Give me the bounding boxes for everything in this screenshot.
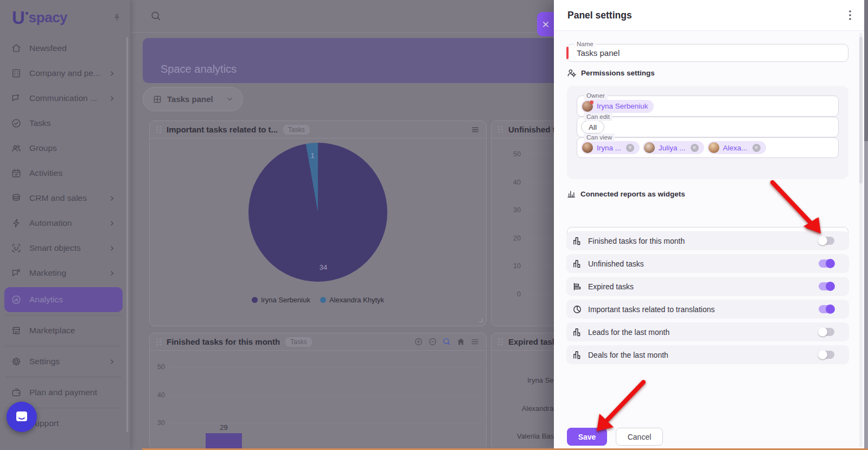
chevron-right-icon <box>108 244 116 252</box>
chevron-right-icon <box>108 358 116 366</box>
kebab-menu-icon[interactable] <box>849 10 851 20</box>
resize-handle[interactable] <box>479 319 483 322</box>
panel-scrollbar[interactable] <box>859 33 863 447</box>
save-button[interactable]: Save <box>567 428 607 446</box>
report-row-deals[interactable]: Deals for the last month <box>566 345 849 364</box>
bar-chart-icon <box>573 328 582 337</box>
report-row-label: Unfinished tasks <box>588 259 812 268</box>
sidebar-item-smart-objects[interactable]: Smart objects <box>4 236 123 261</box>
sidebar-item-activities[interactable]: Activities <box>4 161 123 186</box>
sidebar-item-label: Settings <box>29 357 60 366</box>
sidebar-item-automation[interactable]: Automation <box>4 211 123 236</box>
sidebar-item-tasks[interactable]: Tasks <box>4 111 123 136</box>
can-view-chip[interactable]: Alexa... ✕ <box>707 141 766 154</box>
pie-value-small: 1 <box>306 151 319 160</box>
y-tick: 30 <box>501 206 521 214</box>
sidebar-item-label: Smart objects <box>29 243 81 253</box>
zoom-in-icon[interactable] <box>414 337 423 346</box>
validation-accent <box>566 47 569 59</box>
sidebar-item-newsfeed[interactable]: Newsfeed <box>4 36 123 61</box>
panel-header: Panel settings <box>554 0 864 31</box>
page-scrollbar[interactable] <box>864 0 868 450</box>
reports-heading-label: Connected reports as widgets <box>580 190 685 198</box>
uspacy-logo-icon: U <box>12 9 25 27</box>
widget-finished-tasks: Finished tasks for this month Tasks 50 4… <box>149 333 487 450</box>
owner-chip[interactable]: Iryna Serbeniuk <box>581 100 654 113</box>
permissions-heading-label: Permissions settings <box>581 69 655 77</box>
support-chat-bubble[interactable] <box>7 402 37 432</box>
sidebar-item-crm[interactable]: CRM and sales <box>4 186 123 211</box>
divider <box>5 315 122 315</box>
panel-settings: Panel settings Name Tasks panel Permissi… <box>554 0 864 450</box>
cancel-button[interactable]: Cancel <box>616 428 663 446</box>
panel-selector-dropdown[interactable]: Tasks panel <box>143 87 243 111</box>
sidebar-item-analytics[interactable]: Analytics <box>4 287 123 312</box>
remove-chip-icon[interactable]: ✕ <box>626 144 634 152</box>
drag-handle-icon[interactable] <box>498 338 503 345</box>
legend-item[interactable]: Iryna Serbeniuk <box>252 296 310 304</box>
remove-chip-icon[interactable]: ✕ <box>752 144 761 152</box>
toggle-finished-tasks[interactable] <box>819 237 834 245</box>
can-edit-field[interactable]: Can edit All <box>577 117 839 137</box>
building-icon <box>11 68 22 79</box>
y-tick: 30 <box>150 419 165 427</box>
can-view-field[interactable]: Can view Iryna ... ✕ Juliya ... ✕ Alexa.… <box>577 137 839 158</box>
toggle-deals[interactable] <box>819 351 834 359</box>
can-edit-field-label: Can edit <box>584 113 612 121</box>
report-row-important[interactable]: Important tasks related to translations <box>566 300 849 319</box>
drag-handle-icon[interactable] <box>498 126 503 133</box>
sidebar-item-marketplace[interactable]: Marketplace <box>4 318 123 343</box>
sidebar-item-company[interactable]: Company and pe... <box>4 61 123 86</box>
zoom-out-icon[interactable] <box>428 337 437 346</box>
toggle-unfinished-tasks[interactable] <box>819 259 834 268</box>
gridline <box>169 367 481 367</box>
toggle-expired-tasks[interactable] <box>819 282 834 290</box>
avatar <box>709 142 719 153</box>
close-icon <box>542 21 550 28</box>
avatar <box>582 101 593 112</box>
bar-chart-icon <box>573 259 582 268</box>
scrollbar-thumb[interactable] <box>864 0 868 141</box>
chart-legend: Iryna Serbeniuk Alexandra Khytyk <box>150 296 486 304</box>
report-row-expired[interactable]: Expired tasks <box>566 277 849 296</box>
bar-29[interactable] <box>206 433 242 450</box>
home-reset-icon[interactable] <box>456 337 465 346</box>
toggle-important-tasks[interactable] <box>819 305 834 313</box>
pie-chart[interactable] <box>248 143 387 282</box>
sidebar-item-settings[interactable]: Settings <box>4 349 123 374</box>
chevron-right-icon <box>108 94 116 103</box>
can-view-chip[interactable]: Iryna ... ✕ <box>581 141 640 154</box>
menu-icon[interactable] <box>471 125 480 134</box>
toggle-leads[interactable] <box>819 328 834 336</box>
report-row-label: Important tasks related to translations <box>588 305 812 314</box>
page-title: Space analytics <box>161 63 237 75</box>
sidebar-scrollbar[interactable] <box>126 37 128 432</box>
menu-icon[interactable] <box>470 337 480 346</box>
sidebar-item-label: Marketplace <box>29 326 75 335</box>
owner-field[interactable]: Owner Iryna Serbeniuk <box>577 96 839 117</box>
widget-badge: Tasks <box>285 337 312 347</box>
report-row-leads[interactable]: Leads for the last month <box>566 322 849 341</box>
pin-sidebar-icon[interactable] <box>112 13 122 22</box>
report-row-unfinished[interactable]: Unfinished tasks <box>566 254 849 273</box>
legend-item[interactable]: Alexandra Khytyk <box>320 296 384 304</box>
can-edit-all-chip[interactable]: All <box>581 121 604 134</box>
search-icon[interactable] <box>150 10 162 22</box>
drag-handle-icon[interactable] <box>156 338 161 345</box>
all-chip-label: All <box>589 123 597 131</box>
panel-grid-icon <box>153 95 162 104</box>
name-field[interactable]: Name Tasks panel <box>567 44 848 62</box>
remove-chip-icon[interactable]: ✕ <box>691 144 699 152</box>
sidebar-item-groups[interactable]: Groups <box>4 136 123 161</box>
report-row-label: Deals for the last month <box>588 351 812 359</box>
bar-chart-icon <box>573 351 582 359</box>
panel-body: Name Tasks panel Permissions settings Ow… <box>567 31 848 450</box>
widget-header: Finished tasks for this month Tasks <box>150 333 486 351</box>
sidebar-item-marketing[interactable]: Marketing <box>4 261 123 286</box>
can-view-chip[interactable]: Juliya ... ✕ <box>643 141 704 154</box>
report-row-finished[interactable]: Finished tasks for this month <box>566 231 849 250</box>
selection-zoom-icon[interactable] <box>442 337 451 346</box>
y-tick: 0 <box>501 290 521 298</box>
sidebar-item-communication[interactable]: Communication ... <box>4 86 123 111</box>
drag-handle-icon[interactable] <box>156 126 161 133</box>
